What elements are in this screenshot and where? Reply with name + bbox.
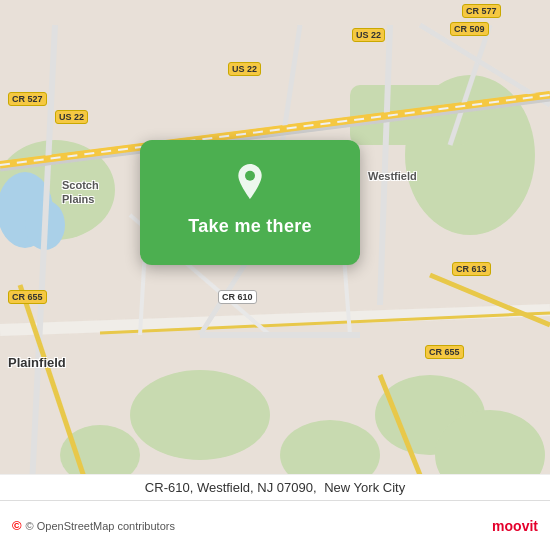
overlay-card: Take me there (140, 140, 360, 265)
road-label-cr577: CR 577 (462, 4, 501, 18)
road-label-us22-left: US 22 (55, 110, 88, 124)
map-container: CR 527 US 22 US 22 US 22 CR 610 CR 655 C… (0, 0, 550, 550)
osm-attribution: © © OpenStreetMap contributors (12, 518, 175, 533)
moovit-logo: moovit (492, 518, 538, 534)
bottom-bar: © © OpenStreetMap contributors moovit (0, 500, 550, 550)
label-plainfield: Plainfield (8, 355, 66, 370)
osm-logo: © (12, 518, 22, 533)
location-pin-icon (230, 164, 270, 204)
svg-point-2 (130, 370, 270, 460)
road-label-cr527: CR 527 (8, 92, 47, 106)
address-main: CR-610, Westfield, NJ 07090, (145, 480, 317, 495)
address-text: CR-610, Westfield, NJ 07090, New York Ci… (145, 480, 405, 495)
road-label-us22-right: US 22 (352, 28, 385, 42)
road-label-cr655-right: CR 655 (425, 345, 464, 359)
road-label-us22-mid: US 22 (228, 62, 261, 76)
road-label-cr509: CR 509 (450, 22, 489, 36)
moovit-text: moovit (492, 518, 538, 534)
road-label-cr610: CR 610 (218, 290, 257, 304)
label-westfield: Westfield (368, 170, 417, 182)
svg-point-35 (245, 171, 255, 181)
address-bar: CR-610, Westfield, NJ 07090, New York Ci… (0, 474, 550, 500)
take-me-there-button[interactable]: Take me there (176, 212, 324, 241)
road-label-cr655-left: CR 655 (8, 290, 47, 304)
osm-text: © OpenStreetMap contributors (26, 520, 175, 532)
address-city: New York City (324, 480, 405, 495)
label-scotch-plains: ScotchPlains (62, 178, 99, 207)
road-label-cr613: CR 613 (452, 262, 491, 276)
